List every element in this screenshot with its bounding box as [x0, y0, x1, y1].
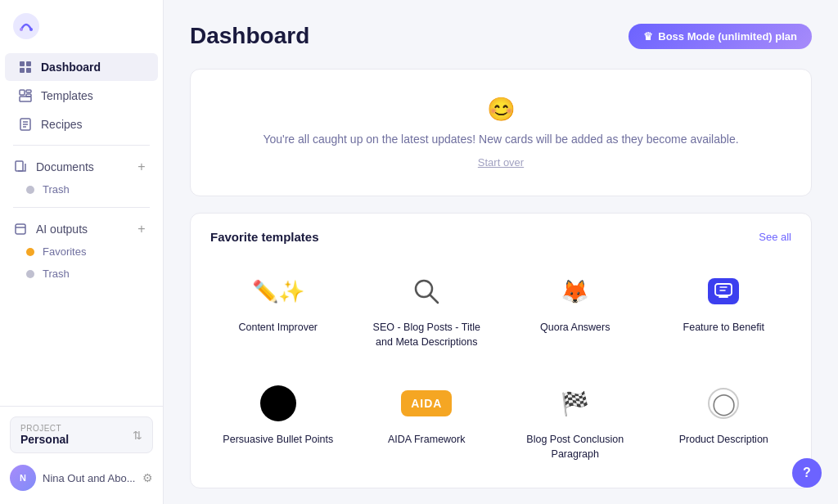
- divider-1: [13, 145, 150, 146]
- sidebar-item-recipes[interactable]: Recipes: [5, 110, 158, 138]
- template-icon-quora-answers: 🦊: [554, 270, 597, 313]
- favorites-dot: [26, 248, 34, 256]
- template-icon-product-description: ◯: [702, 382, 745, 425]
- user-row: N Nina Out and Abo... ⚙: [10, 461, 153, 494]
- svg-rect-20: [715, 284, 732, 295]
- template-name: SEO - Blog Posts - Title and Meta Descri…: [366, 321, 489, 349]
- section-title: Favorite templates: [210, 230, 319, 244]
- template-icon-persuasive-bullet: [257, 382, 300, 425]
- avatar: N: [10, 465, 36, 491]
- recipes-icon: [18, 117, 33, 132]
- template-name: Blog Post Conclusion Paragraph: [514, 433, 637, 461]
- template-item-content-improver[interactable]: ✏️✨Content Improver: [210, 260, 346, 359]
- update-icon: 😊: [210, 96, 791, 123]
- divider-2: [13, 207, 150, 208]
- sidebar-item-label: Trash: [43, 268, 70, 280]
- template-item-aida-framework[interactable]: AIDAAIDA Framework: [359, 372, 495, 471]
- update-card: 😊 You're all caught up on the latest upd…: [190, 69, 812, 196]
- ai-outputs-section-header: AI outputs +: [0, 214, 163, 241]
- dashboard-icon: [18, 60, 33, 74]
- templates-icon: [18, 88, 33, 103]
- favorite-templates-card: Favorite templates See all ✏️✨Content Im…: [190, 213, 812, 488]
- sidebar-item-label: Favorites: [43, 245, 86, 258]
- sidebar-item-templates[interactable]: Templates: [5, 82, 158, 110]
- template-name: Quora Answers: [540, 321, 610, 335]
- chevron-updown-icon: ⇅: [133, 429, 142, 442]
- ai-outputs-label: AI outputs: [36, 223, 88, 236]
- svg-rect-6: [26, 68, 31, 73]
- template-item-persuasive-bullet[interactable]: Persuasive Bullet Points: [210, 372, 346, 471]
- template-item-blog-conclusion[interactable]: 🏁Blog Post Conclusion Paragraph: [507, 372, 643, 471]
- start-over-link[interactable]: Start over: [478, 156, 524, 169]
- user-name: Nina Out and Abo...: [43, 472, 142, 484]
- page-header: Dashboard ♛ Boss Mode (unlimited) plan: [190, 23, 812, 49]
- template-icon-aida-framework: AIDA: [405, 382, 448, 425]
- main-content: Dashboard ♛ Boss Mode (unlimited) plan 😊…: [164, 0, 838, 504]
- project-name: Personal: [20, 433, 69, 446]
- project-selector[interactable]: PROJECT Personal ⇅: [10, 416, 153, 453]
- boss-mode-icon: ♛: [643, 30, 653, 43]
- update-text: You're all caught up on the latest updat…: [210, 131, 791, 148]
- sidebar-item-label: Templates: [41, 89, 93, 102]
- sidebar: Dashboard Templates Recipes Documents: [0, 0, 164, 504]
- template-item-feature-to-benefit[interactable]: Feature to Benefit: [656, 260, 792, 359]
- jasper-logo: [13, 13, 39, 39]
- svg-rect-7: [20, 90, 25, 95]
- svg-rect-5: [20, 68, 25, 73]
- boss-mode-button[interactable]: ♛ Boss Mode (unlimited) plan: [628, 24, 812, 49]
- documents-label: Documents: [36, 160, 94, 173]
- template-name: Product Description: [679, 433, 768, 448]
- sidebar-item-label: Recipes: [41, 118, 83, 131]
- boss-mode-label: Boss Mode (unlimited) plan: [658, 30, 797, 43]
- page-title: Dashboard: [190, 23, 309, 49]
- svg-point-1: [20, 28, 23, 31]
- add-document-button[interactable]: +: [133, 159, 150, 175]
- help-button[interactable]: ?: [792, 458, 822, 488]
- documents-icon: [13, 160, 28, 174]
- documents-nav-item[interactable]: Documents: [13, 160, 94, 174]
- template-name: AIDA Framework: [388, 433, 465, 448]
- template-icon-seo-blog: [405, 270, 448, 313]
- trash-ai-dot: [26, 270, 34, 278]
- gear-icon[interactable]: ⚙: [142, 471, 153, 484]
- sidebar-bottom: PROJECT Personal ⇅ N Nina Out and Abo...…: [0, 406, 163, 504]
- sidebar-item-label: Dashboard: [41, 61, 101, 74]
- project-label: PROJECT: [20, 424, 69, 433]
- sidebar-item-label: Trash: [43, 183, 70, 196]
- template-name: Persuasive Bullet Points: [223, 433, 333, 448]
- sidebar-item-trash-docs[interactable]: Trash: [0, 178, 163, 200]
- svg-rect-4: [26, 61, 31, 66]
- template-icon-feature-to-benefit: [702, 270, 745, 313]
- svg-rect-10: [20, 97, 31, 101]
- logo-area: [0, 0, 163, 49]
- template-icon-content-improver: ✏️✨: [257, 270, 300, 313]
- add-ai-output-button[interactable]: +: [133, 221, 150, 237]
- template-item-quora-answers[interactable]: 🦊Quora Answers: [507, 260, 643, 359]
- template-icon-blog-conclusion: 🏁: [554, 382, 597, 425]
- ai-outputs-nav-item[interactable]: AI outputs: [13, 222, 88, 236]
- svg-point-2: [29, 28, 33, 31]
- template-item-seo-blog[interactable]: SEO - Blog Posts - Title and Meta Descri…: [359, 260, 495, 359]
- templates-grid: ✏️✨Content ImproverSEO - Blog Posts - Ti…: [210, 260, 791, 471]
- template-item-product-description[interactable]: ◯Product Description: [656, 372, 792, 471]
- svg-point-0: [13, 13, 39, 39]
- main-nav: Dashboard Templates Recipes Documents: [0, 49, 163, 406]
- svg-rect-16: [16, 224, 25, 234]
- template-name: Content Improver: [238, 321, 318, 335]
- see-all-link[interactable]: See all: [759, 231, 791, 243]
- template-name: Feature to Benefit: [683, 321, 764, 335]
- ai-outputs-icon: [13, 222, 28, 236]
- documents-section-header: Documents +: [0, 152, 163, 178]
- svg-line-19: [430, 295, 438, 303]
- svg-rect-15: [16, 161, 23, 171]
- trash-dot: [26, 186, 34, 194]
- svg-rect-3: [20, 61, 25, 66]
- sidebar-item-trash-ai[interactable]: Trash: [0, 263, 163, 285]
- section-header: Favorite templates See all: [210, 230, 791, 244]
- sidebar-item-favorites[interactable]: Favorites: [0, 241, 163, 263]
- svg-rect-8: [26, 90, 31, 92]
- sidebar-item-dashboard[interactable]: Dashboard: [5, 53, 158, 81]
